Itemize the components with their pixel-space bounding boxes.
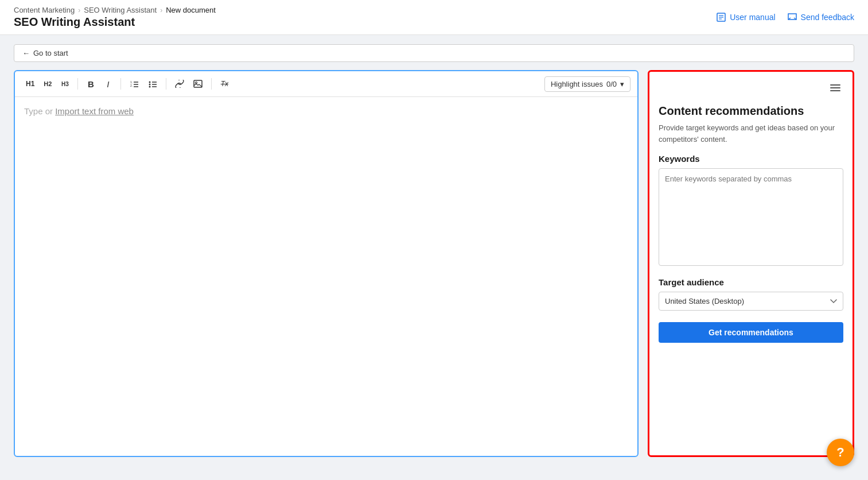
editor-panel: H1 H2 H3 B I 1. 2. bbox=[14, 70, 639, 457]
divider-3 bbox=[166, 78, 166, 90]
breadcrumb-sep-2: › bbox=[160, 6, 162, 14]
bold-button[interactable]: B bbox=[83, 76, 99, 92]
send-feedback-label: Send feedback bbox=[801, 13, 854, 22]
header-actions: User manual Send feedback bbox=[716, 12, 854, 22]
hamburger-icon bbox=[830, 83, 841, 92]
book-icon bbox=[716, 12, 726, 22]
svg-point-11 bbox=[149, 86, 151, 88]
go-to-start-button[interactable]: ← Go to start bbox=[14, 44, 854, 62]
list-buttons: 1. 2. bbox=[126, 76, 161, 92]
divider-4 bbox=[211, 78, 212, 90]
svg-point-10 bbox=[149, 84, 151, 86]
h2-button[interactable]: H2 bbox=[40, 76, 56, 92]
highlight-label: Highlight issues bbox=[551, 80, 603, 88]
svg-rect-15 bbox=[194, 80, 202, 87]
highlight-issues-dropdown[interactable]: Highlight issues 0/0 ▾ bbox=[544, 76, 630, 92]
panel-menu-button[interactable] bbox=[827, 81, 843, 98]
breadcrumb-sep-1: › bbox=[78, 6, 80, 14]
send-feedback-link[interactable]: Send feedback bbox=[787, 12, 854, 22]
svg-point-16 bbox=[196, 82, 197, 84]
clear-buttons: Tx bbox=[216, 76, 232, 92]
format-buttons: B I bbox=[83, 76, 116, 92]
link-icon bbox=[175, 80, 184, 88]
editor-body[interactable]: Type or Import text from web bbox=[15, 97, 637, 456]
breadcrumb-section[interactable]: SEO Writing Assistant bbox=[84, 6, 157, 14]
media-buttons bbox=[171, 76, 207, 92]
feedback-icon bbox=[787, 12, 797, 22]
target-audience-section-title: Target audience bbox=[659, 277, 843, 287]
italic-button[interactable]: I bbox=[100, 76, 116, 92]
image-button[interactable] bbox=[189, 76, 207, 92]
get-recommendations-button[interactable]: Get recommendations bbox=[659, 322, 843, 343]
arrow-left-icon: ← bbox=[22, 49, 30, 57]
keywords-input[interactable] bbox=[659, 168, 843, 266]
breadcrumb-root[interactable]: Content Marketing bbox=[14, 6, 75, 14]
unordered-list-icon bbox=[148, 79, 157, 88]
go-to-start-label: Go to start bbox=[33, 49, 68, 57]
ordered-list-icon: 1. 2. bbox=[130, 79, 139, 88]
breadcrumb: Content Marketing › SEO Writing Assistan… bbox=[14, 6, 216, 14]
target-audience-select[interactable]: United States (Desktop) United States (M… bbox=[659, 292, 843, 311]
help-fab-button[interactable]: ? bbox=[827, 439, 854, 466]
link-button[interactable] bbox=[171, 76, 188, 92]
h1-button[interactable]: H1 bbox=[22, 76, 38, 92]
header-left: Content Marketing › SEO Writing Assistan… bbox=[14, 6, 216, 29]
heading-buttons: H1 H2 H3 bbox=[22, 76, 73, 92]
svg-text:2.: 2. bbox=[130, 84, 133, 87]
placeholder-text: Type or bbox=[24, 106, 55, 116]
unordered-list-button[interactable] bbox=[144, 76, 161, 92]
panel-title: Content recommendations bbox=[659, 104, 843, 118]
chevron-down-icon: ▾ bbox=[620, 80, 624, 88]
divider-1 bbox=[77, 78, 78, 90]
panel-description: Provide target keywords and get ideas ba… bbox=[659, 122, 843, 145]
workspace: H1 H2 H3 B I 1. 2. bbox=[14, 70, 854, 457]
right-panel: Content recommendations Provide target k… bbox=[648, 70, 854, 457]
editor-placeholder: Type or Import text from web bbox=[24, 106, 134, 116]
clear-format-button[interactable]: Tx bbox=[216, 76, 232, 92]
highlight-count: 0/0 bbox=[606, 80, 617, 88]
user-manual-label: User manual bbox=[730, 13, 775, 22]
keywords-section-title: Keywords bbox=[659, 154, 843, 164]
breadcrumb-current: New document bbox=[166, 6, 216, 14]
import-text-link[interactable]: Import text from web bbox=[55, 106, 134, 116]
main-content: ← Go to start H1 H2 H3 B I bbox=[0, 35, 868, 466]
h3-button[interactable]: H3 bbox=[57, 76, 73, 92]
user-manual-link[interactable]: User manual bbox=[716, 12, 775, 22]
page-title: SEO Writing Assistant bbox=[14, 16, 216, 29]
top-header: Content Marketing › SEO Writing Assistan… bbox=[0, 0, 868, 35]
divider-2 bbox=[120, 78, 121, 90]
image-icon bbox=[193, 80, 203, 88]
format-clear-icon: Tx bbox=[221, 80, 228, 88]
ordered-list-button[interactable]: 1. 2. bbox=[126, 76, 143, 92]
editor-toolbar: H1 H2 H3 B I 1. 2. bbox=[15, 71, 637, 97]
panel-menu-area bbox=[659, 81, 843, 98]
svg-point-9 bbox=[149, 82, 151, 83]
